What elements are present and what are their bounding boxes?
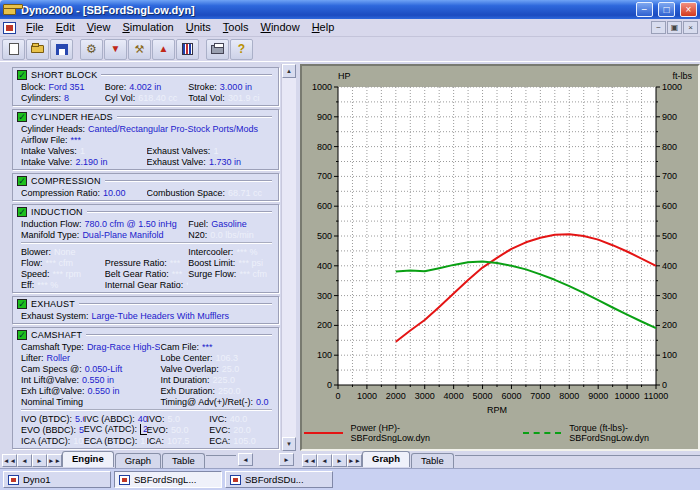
field-value[interactable]: 20.0 [233,425,251,435]
mdi-minimize-button[interactable]: − [651,21,666,34]
field-value[interactable]: Dual-Plane Manifold [82,230,163,240]
field-value[interactable]: 1.730 in [209,157,241,167]
field-value[interactable]: *** psi [238,258,263,268]
mdi-close-button[interactable]: × [683,21,698,34]
tab-next-icon[interactable]: ► [32,454,47,467]
valve-button[interactable]: ▼ [104,39,127,60]
camshaft-tool-button[interactable]: ⚒ [128,39,151,60]
field-value[interactable]: 5.0 [75,414,84,424]
field-value[interactable]: *** rpm [53,269,82,279]
field-value[interactable]: 250.0 [218,386,241,396]
cylinder-heads-checkbox[interactable]: ✓ [17,112,27,122]
field-value[interactable]: 10.00 [103,188,126,198]
field-value[interactable]: 0.550 in [88,386,120,396]
gtab-prev-icon[interactable]: ◄ [317,454,332,467]
field-value[interactable]: Ford 351 [49,82,85,92]
exhaust-checkbox[interactable]: ✓ [17,299,27,309]
field-value[interactable]: *** % [37,280,58,290]
short-block-checkbox[interactable]: ✓ [17,70,27,80]
field-value[interactable]: 0.0 lbs/min [210,230,254,240]
field-value[interactable]: 107.5 [73,436,83,446]
field-value[interactable]: Drag-Race High-Speed [87,342,161,352]
gtab-last-icon[interactable]: ►► [347,454,362,467]
tab-prev-icon[interactable]: ◄ [17,454,32,467]
field-value[interactable]: 0.050-Lift [85,364,123,374]
taskbar-button-sbfordsdu[interactable]: SBFordSDu... [225,471,333,488]
field-value[interactable]: *** [170,258,181,268]
field-value[interactable]: 106.3 [215,353,238,363]
menu-file[interactable]: File [20,20,50,35]
vertical-scrollbar[interactable]: ▲ ▼ [281,64,296,451]
field-value[interactable]: None [54,247,76,257]
engine-tab-table[interactable]: Table [162,453,205,468]
close-button[interactable]: × [680,2,697,17]
hscroll-right-icon[interactable]: ► [279,453,294,466]
taskbar-button-sbfordsngl[interactable]: SBFordSngL... [114,471,222,488]
field-value[interactable]: 105.0 [233,436,256,446]
field-value[interactable]: 1 [213,146,218,156]
scroll-down-icon[interactable]: ▼ [282,437,296,451]
graph-tab-table[interactable]: Table [411,453,454,468]
field-value[interactable]: Canted/Rectangular Pro-Stock Ports/Mods [88,124,258,134]
field-value[interactable]: *** cfm [46,258,74,268]
compression-checkbox[interactable]: ✓ [17,176,27,186]
field-value[interactable]: 8 [64,93,69,103]
field-value[interactable]: 40.0 [230,414,248,424]
engine-tab-graph[interactable]: Graph [115,453,161,468]
field-value[interactable]: 0.0 [256,397,269,407]
tab-last-icon[interactable]: ►► [47,454,62,467]
engine-tab-engine[interactable]: Engine [62,451,114,467]
field-value[interactable]: 25.0 [222,364,240,374]
field-value[interactable]: Roller [47,353,71,363]
field-value[interactable]: 301.9 ci [228,93,260,103]
field-value[interactable]: 2.190 in [75,157,107,167]
dyno-test-button[interactable] [176,39,199,60]
mdi-restore-button[interactable]: ▣ [667,21,682,34]
gtab-next-icon[interactable]: ► [332,454,347,467]
menu-tools[interactable]: Tools [217,20,255,35]
field-value[interactable]: 618.40 cc [138,93,177,103]
gtab-first-icon[interactable]: ◄◄ [302,454,317,467]
field-value[interactable]: 107.5 [167,436,190,446]
field-value[interactable]: 68.71 cc [228,188,262,198]
print-button[interactable] [206,39,229,60]
field-value[interactable]: 40.0 [138,414,147,424]
induction-carb-button[interactable]: ▲ [152,39,175,60]
field-value[interactable]: *** [202,342,213,352]
engine-wheel-button[interactable]: ⚙ [80,39,103,60]
field-value[interactable]: *** cfm [239,269,267,279]
save-file-button[interactable] [50,39,73,60]
new-file-button[interactable] [2,39,25,60]
induction-checkbox[interactable]: ✓ [17,207,27,217]
menu-window[interactable]: Window [255,20,306,35]
menu-units[interactable]: Units [180,20,217,35]
minimize-button[interactable]: − [636,2,653,17]
graph-tab-graph[interactable]: Graph [362,451,410,467]
field-value[interactable]: 3.000 in [220,82,252,92]
document-icon[interactable] [3,22,16,34]
field-value[interactable]: 780.0 cfm @ 1.50 inHg [85,219,177,229]
menu-simulation[interactable]: Simulation [116,20,179,35]
scroll-up-icon[interactable]: ▲ [282,64,296,78]
field-value[interactable]: 225.0 [212,375,235,385]
field-value[interactable]: 1 [80,146,85,156]
field-value[interactable]: *** [71,135,82,145]
field-value[interactable]: Gasoline [211,219,247,229]
tab-first-icon[interactable]: ◄◄ [2,454,17,467]
field-value[interactable]: *** [186,280,188,290]
hscroll-left-icon[interactable]: ◄ [238,453,253,466]
field-value[interactable]: 5.0 [168,414,181,424]
help-button[interactable]: ? [230,39,253,60]
field-value[interactable]: 50.0 [171,425,189,435]
menu-view[interactable]: View [81,20,117,35]
field-value[interactable]: 0.550 in [82,375,114,385]
field-value[interactable]: Large-Tube Headers With Mufflers [92,311,230,321]
maximize-button[interactable]: □ [658,2,675,17]
taskbar-button-dyno1[interactable]: Dyno1 [3,471,111,488]
menu-help[interactable]: Help [306,20,341,35]
field-value[interactable]: *** % [236,247,257,257]
field-value[interactable]: 4.002 in [129,82,161,92]
menu-edit[interactable]: Edit [50,20,81,35]
camshaft-checkbox[interactable]: ✓ [17,330,27,340]
open-file-button[interactable] [26,39,49,60]
